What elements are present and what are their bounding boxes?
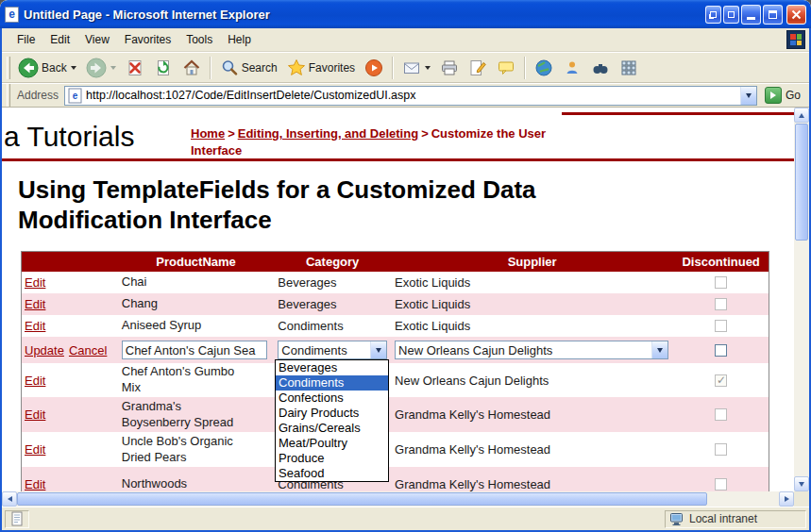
discuss-button[interactable]: [492, 55, 520, 81]
research-button[interactable]: [530, 55, 558, 81]
menu-file[interactable]: File: [9, 30, 42, 49]
menu-edit[interactable]: Edit: [42, 30, 77, 49]
forward-dropdown-chevron[interactable]: [110, 66, 116, 70]
product-name: Aniseed Syrup: [122, 318, 202, 334]
maximize-icon: [769, 10, 777, 19]
table-row: Edit Chef Anton's Gumbo Mix New Orleans …: [22, 363, 769, 397]
table-row: Edit Uncle Bob's Organic Dried Pears Gra…: [22, 432, 769, 467]
mail-dropdown-chevron[interactable]: [425, 66, 431, 70]
security-zone-pane: Local intranet: [665, 510, 806, 528]
address-input[interactable]: e http://localhost:1027/Code/EditInsertD…: [64, 86, 757, 106]
media-button[interactable]: [360, 55, 388, 81]
breadcrumb-home-link[interactable]: Home: [191, 126, 225, 141]
edit-link[interactable]: Edit: [25, 275, 45, 290]
dropdown-option[interactable]: Produce: [276, 451, 388, 466]
back-dropdown-chevron[interactable]: [71, 66, 76, 70]
document-icon: [10, 511, 24, 526]
category-cell: Beverages: [274, 293, 391, 315]
supplier-select[interactable]: New Orleans Cajun Delights: [395, 341, 668, 359]
scrollbar-corner: [794, 491, 809, 507]
scroll-down-button[interactable]: [794, 476, 809, 491]
chevron-down-icon: [376, 348, 381, 353]
minimize-button[interactable]: [741, 5, 761, 25]
find-button[interactable]: [586, 55, 615, 81]
category-select[interactable]: Condiments: [278, 341, 387, 359]
edit-link[interactable]: Edit: [25, 442, 45, 457]
maximize-button[interactable]: [763, 5, 783, 25]
breadcrumb-separator: >: [418, 126, 431, 141]
addressbar-grip[interactable]: [7, 84, 10, 107]
menu-help[interactable]: Help: [220, 30, 259, 49]
edit-button[interactable]: [464, 55, 492, 81]
quick-tabs-button[interactable]: [615, 55, 643, 81]
toolbar-grip[interactable]: [7, 57, 10, 79]
dropdown-option-selected[interactable]: Condiments: [276, 375, 388, 391]
status-page-pane: [5, 510, 29, 528]
search-button[interactable]: Search: [215, 55, 282, 81]
print-icon: [440, 58, 459, 77]
edit-link[interactable]: Edit: [25, 407, 45, 422]
go-button[interactable]: Go: [763, 86, 805, 105]
discontinued-checkbox: [715, 408, 727, 421]
edit-link[interactable]: Edit: [25, 319, 45, 333]
stop-icon: [126, 58, 144, 77]
back-label: Back: [42, 61, 67, 75]
title-bar[interactable]: e Untitled Page - Microsoft Internet Exp…: [0, 0, 811, 28]
favorites-button[interactable]: Favorites: [282, 55, 360, 81]
breadcrumb-section-link[interactable]: Editing, Inserting, and Deleting: [238, 126, 418, 141]
discontinued-checkbox[interactable]: [715, 344, 727, 357]
dropdown-option[interactable]: Dairy Products: [276, 406, 388, 421]
vertical-scrollbar[interactable]: [794, 108, 809, 491]
vertical-scrollbar-thumb[interactable]: [795, 124, 808, 241]
edit-link[interactable]: Edit: [25, 477, 45, 491]
chevron-down-icon: [746, 93, 752, 98]
dropdown-option[interactable]: Grains/Cereals: [276, 421, 388, 436]
window-tool-button-2[interactable]: [723, 6, 739, 24]
menu-favorites[interactable]: Favorites: [117, 30, 178, 49]
scroll-right-button[interactable]: [779, 491, 794, 507]
discontinued-checkbox: [715, 276, 727, 289]
update-link[interactable]: Update: [25, 343, 64, 357]
page-content: a Tutorials Home>Editing, Inserting, and…: [2, 108, 809, 507]
arrow-down-icon: [799, 482, 804, 487]
menu-tools[interactable]: Tools: [178, 30, 220, 49]
select-arrow-button[interactable]: [651, 341, 667, 358]
search-icon: [220, 58, 239, 77]
dropdown-option[interactable]: Confections: [276, 391, 388, 406]
header-rule-right: [562, 112, 794, 115]
dropdown-option[interactable]: Beverages: [276, 360, 388, 375]
stop-button[interactable]: [121, 55, 149, 81]
edit-link[interactable]: Edit: [25, 374, 45, 388]
product-name-input[interactable]: Chef Anton's Cajun Sea: [122, 341, 267, 359]
mail-button[interactable]: [397, 55, 435, 81]
product-name: Chai: [122, 274, 147, 291]
menu-view[interactable]: View: [77, 30, 117, 49]
forward-button[interactable]: [81, 55, 121, 81]
close-button[interactable]: [786, 5, 806, 25]
horizontal-scrollbar[interactable]: [2, 491, 794, 507]
horizontal-scrollbar-thumb[interactable]: [17, 492, 707, 506]
dropdown-option[interactable]: Meat/Poultry: [276, 436, 388, 451]
address-dropdown-button[interactable]: [740, 87, 756, 105]
chevron-down-icon: [657, 348, 663, 353]
home-button[interactable]: [177, 55, 206, 81]
window-frame: [0, 28, 2, 532]
messenger-button[interactable]: [558, 55, 586, 81]
header-category: Category: [274, 252, 391, 272]
scroll-up-button[interactable]: [794, 108, 809, 123]
arrow-right-icon: [785, 496, 789, 502]
category-select-value: Condiments: [279, 343, 370, 357]
scroll-left-button[interactable]: [2, 491, 17, 507]
header-discontinued: Discontinued: [673, 252, 769, 272]
cancel-link[interactable]: Cancel: [69, 343, 107, 357]
back-button[interactable]: Back: [13, 55, 81, 81]
back-icon: [18, 58, 39, 78]
refresh-button[interactable]: [149, 55, 177, 81]
select-arrow-button[interactable]: [370, 341, 386, 358]
dropdown-option[interactable]: Seafood: [276, 466, 388, 481]
home-icon: [182, 58, 201, 77]
window-tool-button-1[interactable]: [705, 6, 721, 24]
go-icon: [765, 87, 782, 104]
edit-link[interactable]: Edit: [25, 297, 45, 311]
print-button[interactable]: [435, 55, 464, 81]
